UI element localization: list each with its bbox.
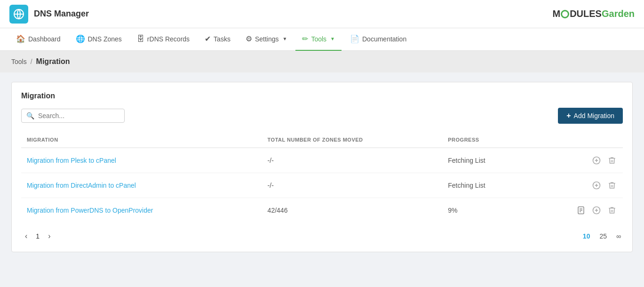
migration-card: Migration 🔍 + Add Migration MIGRATION TO… (11, 82, 633, 252)
settings-chevron-icon: ▼ (283, 36, 287, 41)
nav-item-tasks[interactable]: ✔ Tasks (198, 28, 237, 51)
migration-table: MIGRATION TOTAL NUMBER OF ZONES MOVED PR… (21, 133, 623, 223)
page-size-all[interactable]: ∞ (614, 231, 623, 242)
view-doc-button[interactable] (576, 205, 586, 215)
nav-label-dns-zones: DNS Zones (88, 35, 122, 43)
table-body: Migration from Plesk to cPanel-/-Fetchin… (21, 148, 623, 223)
breadcrumb: Tools / Migration (0, 51, 644, 72)
total-zones-cell: -/- (262, 148, 443, 173)
search-icon: 🔍 (26, 112, 34, 120)
actions-cell (563, 198, 623, 223)
search-box: 🔍 (21, 109, 125, 123)
nav-item-dns-zones[interactable]: 🌐 DNS Zones (69, 28, 128, 51)
nav-label-rdns-records: rDNS Records (147, 35, 190, 43)
col-header-progress: PROGRESS (442, 133, 563, 148)
current-page: 1 (36, 232, 40, 240)
nav-label-documentation: Documentation (362, 35, 406, 43)
add-row-button[interactable] (591, 180, 602, 191)
page-controls: ‹ 1 › (21, 230, 54, 242)
total-zones-cell: -/- (262, 173, 443, 198)
globe-icon: 🌐 (76, 34, 85, 43)
plus-icon: + (566, 112, 571, 120)
add-row-button[interactable] (591, 205, 602, 216)
add-migration-label: Add Migration (574, 112, 614, 120)
app-title: DNS Manager (34, 9, 89, 19)
nav-item-settings[interactable]: ⚙ Settings ▼ (239, 28, 294, 51)
settings-icon: ⚙ (246, 34, 252, 43)
table-row: Migration from PowerDNS to OpenProvider4… (21, 198, 623, 223)
main-nav: 🏠 Dashboard 🌐 DNS Zones 🗄 rDNS Records ✔… (0, 28, 644, 51)
table-header: MIGRATION TOTAL NUMBER OF ZONES MOVED PR… (21, 133, 623, 148)
main-content: Migration 🔍 + Add Migration MIGRATION TO… (0, 72, 644, 262)
tools-chevron-icon: ▼ (330, 36, 335, 41)
migration-name-cell[interactable]: Migration from Plesk to cPanel (21, 148, 262, 173)
nav-item-documentation[interactable]: 📄 Documentation (343, 28, 413, 51)
breadcrumb-current: Migration (36, 57, 70, 66)
app-icon (9, 5, 28, 24)
next-page-button[interactable]: › (44, 230, 54, 242)
toolbar: 🔍 + Add Migration (21, 108, 623, 124)
add-row-button[interactable] (591, 155, 602, 166)
add-migration-button[interactable]: + Add Migration (558, 108, 623, 124)
progress-cell: 9% (442, 198, 563, 223)
header: DNS Manager MDULESGarden (0, 0, 644, 28)
brand-logo: MDULESGarden (553, 8, 635, 19)
nav-label-tools: Tools (311, 35, 326, 43)
col-header-migration: MIGRATION (21, 133, 262, 148)
card-title: Migration (21, 92, 623, 100)
migration-name-cell[interactable]: Migration from PowerDNS to OpenProvider (21, 198, 262, 223)
progress-cell: Fetching List (442, 173, 563, 198)
nav-label-settings: Settings (255, 35, 279, 43)
page-sizes: 10 25 ∞ (581, 231, 623, 242)
pencil-icon: ✏ (302, 34, 308, 43)
search-input[interactable] (38, 112, 119, 120)
nav-item-dashboard[interactable]: 🏠 Dashboard (9, 28, 67, 51)
page-size-10[interactable]: 10 (581, 231, 592, 242)
breadcrumb-parent: Tools (11, 58, 27, 65)
server-icon: 🗄 (137, 35, 144, 43)
migration-name-cell[interactable]: Migration from DirectAdmin to cPanel (21, 173, 262, 198)
breadcrumb-separator: / (31, 58, 32, 65)
delete-row-button[interactable] (607, 180, 617, 191)
total-zones-cell: 42/446 (262, 198, 443, 223)
actions-cell (563, 148, 623, 173)
page-size-25[interactable]: 25 (597, 231, 609, 242)
nav-label-dashboard: Dashboard (28, 35, 61, 43)
nav-item-rdns-records[interactable]: 🗄 rDNS Records (130, 28, 196, 51)
table-row: Migration from DirectAdmin to cPanel-/-F… (21, 173, 623, 198)
progress-cell: Fetching List (442, 148, 563, 173)
nav-item-tools[interactable]: ✏ Tools ▼ (295, 28, 342, 51)
home-icon: 🏠 (16, 34, 25, 43)
nav-label-tasks: Tasks (214, 35, 231, 43)
table-row: Migration from Plesk to cPanel-/-Fetchin… (21, 148, 623, 173)
prev-page-button[interactable]: ‹ (21, 230, 31, 242)
actions-cell (563, 173, 623, 198)
delete-row-button[interactable] (607, 205, 617, 215)
header-left: DNS Manager (9, 5, 89, 24)
doc-nav-icon: 📄 (350, 34, 359, 43)
delete-row-button[interactable] (607, 155, 617, 166)
col-header-total-zones: TOTAL NUMBER OF ZONES MOVED (262, 133, 443, 148)
tasks-icon: ✔ (205, 34, 211, 43)
pagination: ‹ 1 › 10 25 ∞ (21, 230, 623, 242)
